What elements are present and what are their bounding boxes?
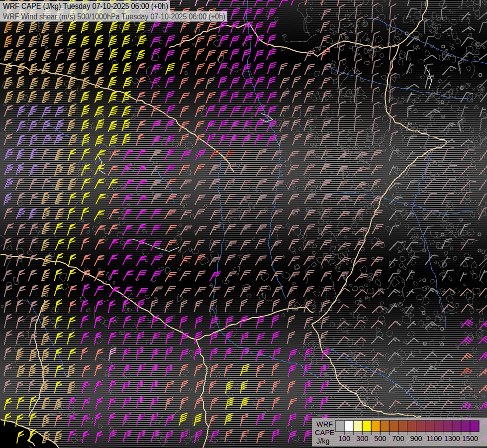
svg-text:700: 700 (392, 435, 404, 443)
svg-text:900: 900 (410, 435, 422, 443)
svg-text:J/kg: J/kg (316, 437, 330, 445)
svg-text:500: 500 (374, 435, 386, 443)
svg-text:1500: 1500 (462, 435, 478, 443)
svg-text:100: 100 (338, 435, 350, 443)
svg-text:WRF: WRF (316, 420, 333, 428)
svg-text:CAPE: CAPE (315, 429, 335, 437)
svg-text:WRF Wind shear (m/s) 500/1000h: WRF Wind shear (m/s) 500/1000hPa Tuesday… (3, 12, 225, 21)
svg-text:300: 300 (356, 435, 368, 443)
svg-text:1100: 1100 (426, 435, 442, 443)
svg-text:WRF CAPE (J/kg) Tuesday 07-10-: WRF CAPE (J/kg) Tuesday 07-10-2025 06:00… (3, 2, 168, 10)
svg-text:1300: 1300 (444, 435, 460, 443)
